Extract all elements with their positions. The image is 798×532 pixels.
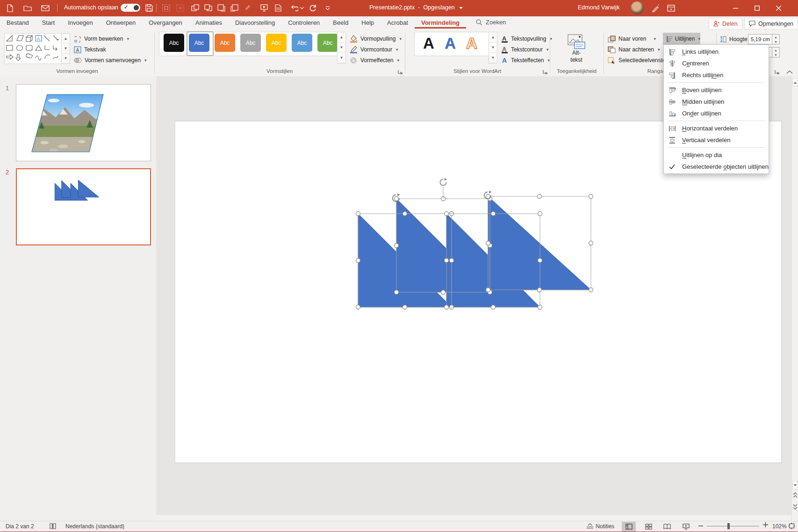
vertical-scrollbar[interactable] — [791, 76, 798, 521]
menu-item-midden-uitlijnen[interactable]: Midden uitlijnen — [664, 96, 769, 108]
arrange-window-icon[interactable] — [189, 2, 201, 14]
scroll-down-icon[interactable]: ▼ — [338, 43, 345, 53]
selection-handle[interactable] — [450, 259, 454, 263]
tab-animaties[interactable]: Animaties — [189, 16, 229, 29]
customize-qat-icon[interactable] — [322, 2, 334, 14]
shape-style-yellow[interactable]: Abc — [266, 34, 287, 52]
scroll-up-icon[interactable]: ▲ — [338, 32, 345, 43]
selection-handle[interactable] — [441, 290, 446, 295]
bring-forward-button[interactable]: Naar voren▾ — [608, 34, 656, 44]
text-effects-button[interactable]: A Teksteffecten▾ — [501, 55, 550, 65]
textbox-button[interactable]: A Tekstvak — [74, 44, 106, 55]
tab-vormindeling[interactable]: Vormindeling — [415, 16, 466, 29]
menu-item-uitlijnen-op-dia[interactable]: Uitlijnen op dia — [664, 149, 769, 161]
tab-bestand[interactable]: Bestand — [0, 16, 36, 29]
menu-item-links-uitlijnen[interactable]: Links uitlijnen — [664, 46, 769, 58]
previous-slide-button[interactable] — [793, 492, 798, 498]
selection-handle[interactable] — [395, 197, 399, 201]
zoom-in-button[interactable] — [763, 522, 768, 527]
selection-handle[interactable] — [589, 194, 593, 199]
scroll-down-icon[interactable]: ▼ — [489, 43, 497, 53]
arrange-window-icon-3[interactable] — [215, 2, 227, 14]
tab-help[interactable]: Help — [355, 16, 381, 29]
selection-handle[interactable] — [589, 288, 593, 292]
shape-fill-button[interactable]: Vormopvulling▾ — [350, 34, 402, 44]
ribbon-display-options-icon[interactable] — [665, 2, 677, 14]
width-spinner[interactable]: ▲▼ — [772, 47, 780, 58]
tab-controleren[interactable]: Controleren — [281, 16, 326, 29]
selection-handle[interactable] — [589, 241, 593, 245]
tab-start[interactable]: Start — [36, 16, 61, 29]
height-spinner[interactable]: ▲▼ — [772, 34, 780, 44]
reading-view-button[interactable] — [660, 522, 674, 532]
wordart-style-black[interactable]: A — [423, 36, 434, 51]
scroll-down-button[interactable] — [792, 481, 798, 489]
selection-handle[interactable] — [491, 305, 496, 309]
tab-overgangen[interactable]: Overgangen — [142, 16, 189, 29]
selection-handle[interactable] — [356, 259, 360, 263]
zoom-level[interactable]: 102% — [772, 523, 787, 530]
selection-handle[interactable] — [538, 305, 542, 309]
autosave-toggle[interactable]: ✓ — [121, 4, 140, 12]
text-fill-button[interactable]: A Tekstopvulling▾ — [501, 34, 552, 44]
shape-style-orange[interactable]: Abc — [215, 34, 235, 52]
undo-dropdown-icon[interactable] — [299, 2, 305, 14]
selection-handle[interactable] — [538, 194, 542, 199]
scroll-up-icon[interactable]: ▲ — [489, 32, 497, 43]
gallery-more-icon[interactable]: ▼ — [62, 54, 70, 64]
slide-2-thumbnail[interactable] — [16, 168, 151, 245]
share-button[interactable]: Delen — [709, 18, 742, 29]
spellcheck-icon[interactable] — [49, 523, 57, 530]
document-title[interactable]: Presentatie2.pptx - Opgeslagen — [369, 4, 463, 11]
gallery-more-icon[interactable]: ▼ — [338, 53, 345, 63]
slide-1-thumbnail[interactable] — [16, 84, 151, 161]
shape-effects-button[interactable]: Vormeffecten▾ — [350, 55, 399, 65]
wordart-style-blue[interactable]: A — [445, 36, 456, 51]
scroll-up-icon[interactable]: ▲ — [62, 34, 70, 43]
align-button[interactable]: Uitlijnen▾ — [663, 33, 700, 45]
merge-shapes-button[interactable]: Vormen samenvoegen▾ — [74, 55, 147, 65]
zoom-out-button[interactable] — [698, 524, 703, 528]
normal-view-button[interactable] — [622, 522, 636, 532]
shape-gallery[interactable]: A — [4, 33, 62, 64]
minimize-button[interactable] — [725, 0, 746, 16]
maximize-button[interactable] — [746, 0, 768, 16]
menu-item-geselecteerde-objecten-uitlijnen[interactable]: Geselecteerde objecten uitlijnen — [664, 161, 769, 173]
document-icon[interactable] — [272, 2, 284, 14]
selection-handle[interactable] — [395, 244, 399, 248]
language-indicator[interactable]: Nederlands (standaard) — [65, 523, 124, 530]
shape-style-green[interactable]: Abc — [317, 34, 338, 52]
open-icon[interactable] — [22, 2, 34, 14]
menu-item-horizontaal-verdelen[interactable]: Horizontaal verdelen — [664, 122, 769, 134]
close-button[interactable] — [768, 0, 789, 16]
tab-ontwerpen[interactable]: Ontwerpen — [100, 16, 143, 29]
undo-icon[interactable] — [288, 2, 300, 14]
selection-handle[interactable] — [445, 259, 449, 263]
selection-handle[interactable] — [445, 305, 449, 309]
selection-handle[interactable] — [486, 241, 490, 245]
zoom-slider-track[interactable] — [707, 526, 759, 526]
selection-handle[interactable] — [486, 288, 490, 292]
tab-diavoorstelling[interactable]: Diavoorstelling — [229, 16, 281, 29]
selection-handle[interactable] — [538, 288, 542, 292]
tab-beeld[interactable]: Beeld — [326, 16, 355, 29]
send-backward-button[interactable]: Naar achteren▾ — [608, 44, 660, 55]
shape-style-blue-selected[interactable]: Abc — [189, 34, 209, 52]
save-icon[interactable] — [143, 2, 155, 14]
wordart-scroll[interactable]: ▲▼▼ — [489, 32, 497, 64]
selection-handle[interactable] — [403, 212, 407, 216]
menu-item-boven-uitlijnen[interactable]: Boven uitlijnen — [664, 84, 769, 96]
arrange-window-icon-4[interactable] — [228, 2, 240, 14]
shape-style-lightblue[interactable]: Abc — [292, 34, 312, 52]
selection-handle[interactable] — [356, 305, 360, 309]
arrange-window-icon-2[interactable] — [202, 2, 214, 14]
shape-style-black[interactable]: Abc — [164, 34, 184, 52]
gallery-more-icon[interactable]: ▼ — [489, 53, 497, 63]
dialog-launcher-icon[interactable] — [542, 69, 548, 75]
email-icon[interactable] — [39, 2, 51, 14]
menu-item-rechts-uitlijnen[interactable]: Rechts uitlijnen — [664, 69, 769, 81]
height-input[interactable]: 5,19 cm — [748, 34, 772, 44]
avatar[interactable] — [631, 1, 644, 14]
alt-text-button[interactable]: Alt-tekst — [559, 33, 594, 66]
ink-pen-icon[interactable] — [650, 2, 662, 14]
